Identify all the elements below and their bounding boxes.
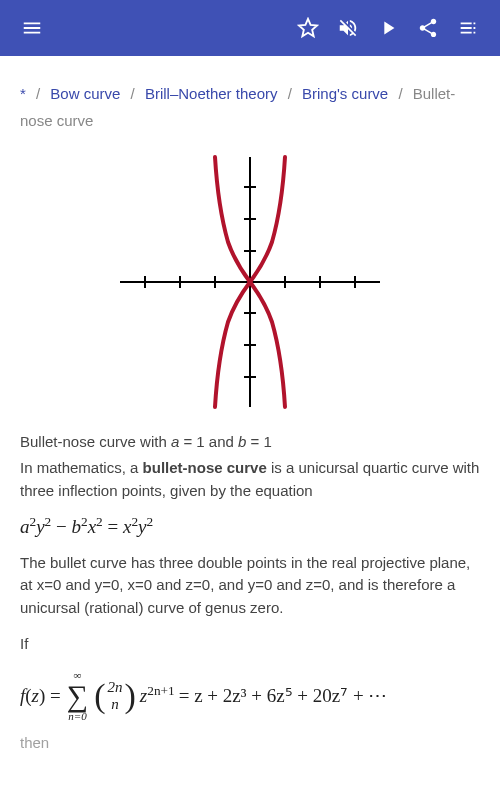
curve-graph [20, 152, 480, 419]
double-points-paragraph: The bullet curve has three double points… [20, 552, 480, 620]
list-icon [457, 17, 479, 39]
breadcrumb-sep: / [288, 85, 292, 102]
star-button[interactable] [288, 8, 328, 48]
app-bar [0, 0, 500, 56]
breadcrumb-link[interactable]: Brill–Noether theory [145, 85, 278, 102]
article-content: * / Bow curve / Brill–Noether theory / B… [0, 56, 500, 754]
breadcrumb-sep: / [36, 85, 40, 102]
breadcrumb-link[interactable]: Bow curve [50, 85, 120, 102]
menu-button[interactable] [12, 8, 52, 48]
breadcrumb-sep: / [131, 85, 135, 102]
star-icon [297, 17, 319, 39]
menu-icon [21, 17, 43, 39]
breadcrumb: * / Bow curve / Brill–Noether theory / B… [20, 80, 480, 134]
then-label: then [20, 732, 480, 755]
breadcrumb-link[interactable]: * [20, 85, 26, 102]
equation-1: a2y2 − b2x2 = x2y2 [20, 512, 480, 542]
breadcrumb-sep: / [398, 85, 402, 102]
share-button[interactable] [408, 8, 448, 48]
list-button[interactable] [448, 8, 488, 48]
figure-caption: Bullet-nose curve with a = 1 and b = 1 [20, 431, 480, 454]
equation-2: f(z) = ∞ ∑ n=0 ( 2n n ) z2n+1 = z + 2z³ … [20, 670, 480, 722]
share-icon [417, 17, 439, 39]
intro-paragraph: In mathematics, a bullet-nose curve is a… [20, 457, 480, 502]
breadcrumb-link[interactable]: Bring's curve [302, 85, 388, 102]
mute-button[interactable] [328, 8, 368, 48]
play-icon [377, 17, 399, 39]
if-label: If [20, 633, 480, 656]
play-button[interactable] [368, 8, 408, 48]
mute-icon [337, 17, 359, 39]
bullet-nose-plot [110, 152, 390, 412]
